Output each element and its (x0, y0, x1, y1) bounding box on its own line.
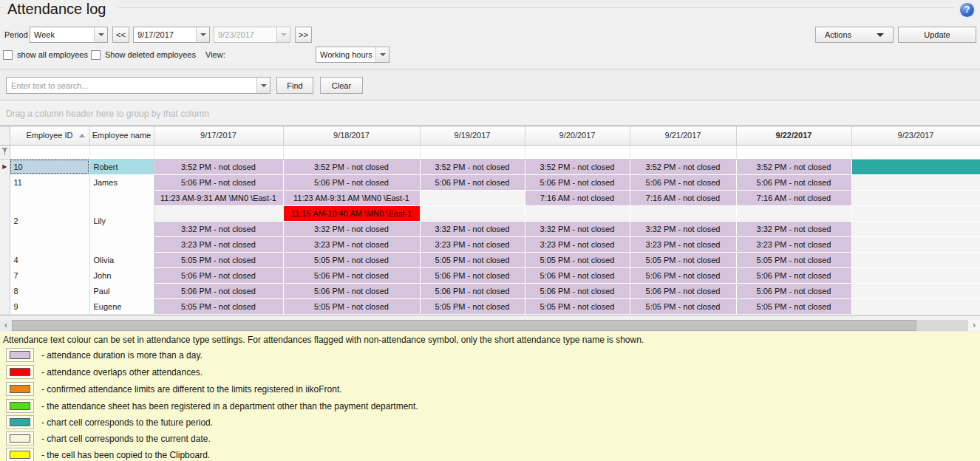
row-indicator[interactable] (0, 283, 10, 298)
employee-id-cell[interactable]: 9 (10, 298, 89, 314)
attendance-cell[interactable]: 5:06 PM - not closed (283, 174, 420, 190)
filter-cell[interactable] (420, 145, 525, 159)
scrollbar-thumb[interactable] (12, 320, 916, 331)
attendance-cell[interactable]: 5:06 PM - not closed (283, 283, 420, 298)
attendance-cell[interactable]: 5:06 PM - not closed (154, 267, 283, 283)
help-icon[interactable]: ? (960, 3, 974, 17)
attendance-cell[interactable]: 3:32 PM - not closed (154, 221, 283, 236)
row-indicator[interactable]: ▶ (0, 159, 10, 174)
attendance-cell[interactable]: 3:23 PM - not closed (283, 236, 420, 252)
attendance-cell[interactable]: 5:05 PM - not closed (630, 298, 736, 314)
employee-id-cell[interactable]: 8 (10, 283, 89, 298)
attendance-cell[interactable]: 5:06 PM - not closed (736, 283, 851, 298)
attendance-cell[interactable]: 5:05 PM - not closed (736, 252, 851, 267)
filter-cell[interactable] (283, 145, 420, 159)
chevron-down-icon[interactable] (256, 78, 270, 93)
employee-name-cell[interactable]: Lily (89, 190, 154, 252)
attendance-cell[interactable] (851, 174, 980, 190)
scroll-right-icon[interactable]: › (968, 320, 980, 331)
attendance-cell[interactable]: 3:52 PM - not closed (420, 159, 525, 174)
show-deleted-employees-checkbox[interactable]: Show deleted employees (91, 49, 196, 61)
attendance-cell[interactable]: 3:52 PM - not closed (630, 159, 736, 174)
attendance-cell[interactable]: 5:05 PM - not closed (283, 298, 420, 314)
column-header-date[interactable]: 9/19/2017 (420, 126, 525, 145)
employee-id-cell[interactable]: 10 (10, 159, 89, 174)
employee-id-cell[interactable]: 7 (10, 267, 89, 283)
attendance-cell[interactable]: 3:23 PM - not closed (736, 236, 851, 252)
attendance-cell[interactable]: 5:06 PM - not closed (420, 267, 525, 283)
attendance-cell[interactable]: 5:06 PM - not closed (283, 267, 420, 283)
employee-id-cell[interactable]: 2 (10, 190, 89, 252)
column-header-date[interactable]: 9/20/2017 (525, 126, 630, 145)
actions-button[interactable]: Actions (815, 27, 894, 43)
attendance-cell[interactable]: 5:05 PM - not closed (154, 298, 283, 314)
start-date-picker[interactable]: 9/17/2017 (133, 27, 210, 43)
update-button[interactable]: Update (898, 27, 976, 43)
attendance-cell[interactable] (420, 190, 525, 205)
attendance-cell[interactable]: 3:52 PM - not closed (736, 159, 851, 174)
attendance-cell[interactable] (851, 221, 980, 236)
row-indicator[interactable] (0, 190, 10, 252)
attendance-cell[interactable]: 3:23 PM - not closed (630, 236, 736, 252)
period-select[interactable]: Week (30, 27, 108, 43)
attendance-cell[interactable]: 5:06 PM - not closed (525, 283, 630, 298)
row-indicator[interactable] (0, 267, 10, 283)
column-header-date[interactable]: 9/23/2017 (851, 126, 980, 145)
attendance-cell[interactable]: 3:52 PM - not closed (283, 159, 420, 174)
row-indicator[interactable] (0, 174, 10, 190)
find-button[interactable]: Find (276, 77, 313, 94)
scroll-left-icon[interactable]: ‹ (0, 320, 12, 331)
employee-name-cell[interactable]: Paul (89, 283, 154, 298)
column-header-date[interactable]: 9/18/2017 (283, 126, 420, 145)
chevron-down-icon[interactable] (196, 27, 209, 42)
column-header-employee-name[interactable]: Employee name (89, 126, 154, 145)
attendance-cell[interactable] (420, 205, 525, 221)
attendance-cell[interactable]: 5:06 PM - not closed (154, 283, 283, 298)
checkbox-box[interactable] (91, 50, 101, 60)
auto-filter-row[interactable] (0, 145, 980, 159)
employee-name-cell[interactable]: John (89, 267, 154, 283)
attendance-cell[interactable]: 5:05 PM - not closed (525, 252, 630, 267)
attendance-cell[interactable]: 5:06 PM - not closed (630, 283, 736, 298)
clear-button[interactable]: Clear (320, 77, 363, 94)
attendance-cell[interactable]: 5:06 PM - not closed (630, 267, 736, 283)
filter-cell[interactable] (736, 145, 851, 159)
column-header-date[interactable]: 9/17/2017 (154, 126, 283, 145)
attendance-cell[interactable]: 5:05 PM - not closed (630, 252, 736, 267)
attendance-cell[interactable]: 5:06 PM - not closed (630, 174, 736, 190)
prev-period-button[interactable]: << (112, 27, 129, 43)
filter-cell[interactable] (89, 145, 154, 159)
attendance-cell[interactable] (851, 267, 980, 283)
attendance-cell[interactable]: 3:32 PM - not closed (736, 221, 851, 236)
search-box[interactable] (6, 77, 270, 94)
attendance-cell[interactable] (851, 205, 980, 221)
employee-name-cell[interactable]: Robert (89, 159, 154, 174)
attendance-cell[interactable]: 3:32 PM - not closed (283, 221, 420, 236)
attendance-cell[interactable]: 3:32 PM - not closed (630, 221, 736, 236)
attendance-cell[interactable] (851, 190, 980, 205)
row-indicator[interactable] (0, 298, 10, 314)
attendance-cell[interactable] (851, 298, 980, 314)
attendance-cell[interactable]: 3:32 PM - not closed (420, 221, 525, 236)
column-header-current-date[interactable]: 9/22/2017 (736, 126, 851, 145)
attendance-cell[interactable] (851, 236, 980, 252)
attendance-cell[interactable]: 11:23 AM-9:31 AM \MN0 \East-1 (283, 190, 420, 205)
attendance-cell[interactable]: 5:06 PM - not closed (525, 267, 630, 283)
attendance-cell[interactable]: 5:06 PM - not closed (154, 174, 283, 190)
attendance-cell[interactable]: 3:52 PM - not closed (154, 159, 283, 174)
attendance-cell[interactable]: 5:05 PM - not closed (736, 298, 851, 314)
chevron-down-icon[interactable] (94, 27, 107, 42)
attendance-cell[interactable]: 5:05 PM - not closed (525, 298, 630, 314)
employee-id-cell[interactable]: 11 (10, 174, 89, 190)
attendance-cell[interactable] (736, 205, 851, 221)
view-select[interactable]: Working hours (316, 47, 389, 63)
column-header-employee-id[interactable]: Employee ID (10, 126, 89, 145)
search-input[interactable] (6, 77, 270, 94)
next-period-button[interactable]: >> (295, 27, 312, 43)
attendance-cell[interactable] (525, 205, 630, 221)
filter-cell[interactable] (10, 145, 89, 159)
filter-cell[interactable] (851, 145, 980, 159)
attendance-cell[interactable]: 5:06 PM - not closed (420, 174, 525, 190)
employee-id-cell[interactable]: 4 (10, 252, 89, 267)
chevron-down-icon[interactable] (375, 47, 389, 62)
